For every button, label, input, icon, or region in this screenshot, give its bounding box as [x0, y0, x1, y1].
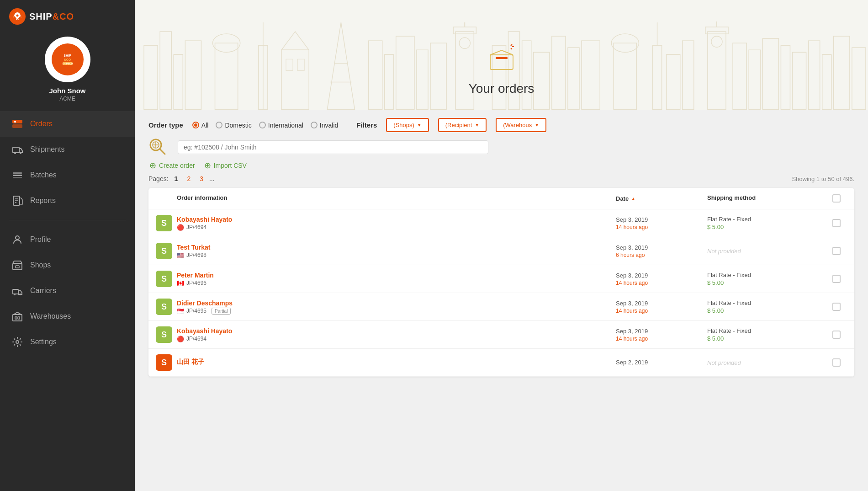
page-2-button[interactable]: 2 — [184, 174, 194, 183]
radio-domestic[interactable]: Domestic — [216, 122, 251, 129]
date-col: Sep 2, 2019 — [616, 359, 707, 367]
sidebar-item-shops[interactable]: Shops — [0, 252, 135, 278]
date-col: Sep 3, 2019 14 hours ago — [616, 300, 707, 314]
order-sub: 🇺🇸 JP/4698 — [177, 252, 210, 259]
col-checkbox-header — [826, 194, 847, 203]
table-row: S 山田 花子 Sep 2, 2019 Not provided — [148, 349, 854, 377]
flag-icon: 🔴 — [177, 224, 184, 231]
filter-warehouse-button[interactable]: (Warehous ▼ — [496, 118, 546, 132]
sidebar-item-warehouses[interactable]: Warehouses — [0, 304, 135, 329]
page-1-button[interactable]: 1 — [171, 174, 181, 183]
method-col: Not provided — [707, 359, 826, 366]
svg-rect-56 — [614, 43, 636, 110]
svg-rect-75 — [496, 57, 508, 59]
order-name[interactable]: Didier Deschamps — [177, 299, 233, 307]
svg-point-23 — [16, 341, 19, 343]
shopify-icon: S — [156, 271, 172, 287]
svg-rect-69 — [792, 53, 806, 110]
radio-dot-invalid — [311, 122, 318, 128]
sidebar-item-reports[interactable]: Reports — [0, 188, 135, 213]
svg-rect-74 — [490, 55, 513, 69]
order-name[interactable]: Kobayashi Hayato — [177, 327, 232, 335]
sidebar-item-profile[interactable]: Profile — [0, 227, 135, 252]
row-icon: S — [156, 299, 177, 315]
svg-rect-20 — [13, 315, 22, 321]
col-date-header: Date ▲ — [616, 194, 707, 203]
sidebar-item-shipments[interactable]: Shipments — [0, 137, 135, 162]
svg-rect-52 — [552, 37, 566, 110]
svg-marker-36 — [327, 22, 355, 110]
svg-rect-22 — [18, 317, 20, 319]
order-name[interactable]: Kobayashi Hayato — [177, 216, 232, 223]
search-input[interactable] — [184, 144, 482, 151]
radio-international[interactable]: International — [259, 122, 303, 129]
order-name[interactable]: Peter Martin — [177, 272, 214, 279]
checkbox-cell — [826, 275, 847, 283]
method-col: Flat Rate - Fixed $ 5.00 — [707, 272, 826, 286]
radio-group: All Domestic International Invalid — [192, 122, 338, 129]
filter-recipient-button[interactable]: (Recipient ▼ — [438, 118, 487, 132]
row-icon: S — [156, 326, 177, 343]
order-sub: 🇸🇬 JP/4695 Partial — [177, 308, 233, 315]
warehouses-icon — [11, 310, 24, 323]
showing-text: Showing 1 to 50 of 496. — [792, 176, 854, 182]
batches-icon — [11, 169, 24, 181]
svg-rect-16 — [16, 266, 19, 268]
svg-rect-26 — [174, 55, 183, 110]
sidebar-item-orders[interactable]: Orders — [0, 111, 135, 137]
chevron-down-icon: ▼ — [535, 123, 539, 128]
carriers-label: Carriers — [30, 287, 56, 295]
table-row: S Kobayashi Hayato 🔴 JP/4694 Sep 3, 2019… — [148, 321, 854, 349]
sidebar-item-batches[interactable]: Batches — [0, 162, 135, 188]
filters-label: Filters — [356, 121, 377, 129]
logo-area: SHIP&CO — [0, 0, 135, 29]
profile-label: Profile — [30, 235, 51, 244]
order-info: Kobayashi Hayato 🔴 JP/4694 — [177, 327, 616, 342]
sort-icon[interactable]: ▲ — [631, 196, 635, 201]
checkbox-cell — [826, 247, 847, 255]
svg-point-5 — [14, 152, 16, 154]
row-checkbox[interactable] — [832, 358, 841, 367]
create-order-button[interactable]: ⊕ Create order — [149, 161, 195, 170]
shopify-icon: S — [156, 354, 172, 371]
user-profile-area: SHIP&CO SHIP&CO John Snow ACME — [0, 29, 135, 107]
filter-shops-button[interactable]: (Shops) ▼ — [386, 118, 429, 132]
orders-table: Order information Date ▲ Shipping method… — [148, 188, 854, 377]
sidebar-item-settings[interactable]: Settings — [0, 329, 135, 355]
svg-rect-8 — [13, 172, 22, 174]
svg-rect-24 — [144, 46, 158, 110]
order-name[interactable]: Test Turkat — [177, 244, 210, 251]
page-3-button[interactable]: 3 — [196, 174, 206, 183]
col-icon-header — [156, 194, 177, 203]
svg-point-18 — [14, 294, 16, 295]
row-checkbox[interactable] — [832, 219, 841, 227]
row-checkbox[interactable] — [832, 303, 841, 311]
row-checkbox[interactable] — [832, 331, 841, 339]
table-area: Pages: 1 2 3 ... Showing 1 to 50 of 496.… — [135, 174, 868, 491]
row-icon: S — [156, 354, 177, 371]
svg-rect-29 — [215, 43, 238, 110]
pagination: Pages: 1 2 3 ... — [148, 174, 215, 183]
order-info: Test Turkat 🇺🇸 JP/4698 — [177, 244, 616, 259]
action-row: ⊕ Create order ⊕ Import CSV — [148, 161, 854, 170]
row-checkbox[interactable] — [832, 275, 841, 283]
svg-rect-7 — [13, 175, 22, 176]
radio-all[interactable]: All — [192, 122, 209, 129]
table-row: S Test Turkat 🇺🇸 JP/4698 Sep 3, 2019 6 h… — [148, 237, 854, 265]
hero-title: Your orders — [469, 81, 535, 96]
sidebar-item-carriers[interactable]: Carriers — [0, 278, 135, 304]
shopify-icon: S — [156, 299, 172, 315]
order-name[interactable]: 山田 花子 — [177, 358, 204, 366]
import-csv-button[interactable]: ⊕ Import CSV — [204, 161, 247, 170]
order-info: Kobayashi Hayato 🔴 JP/4694 — [177, 216, 616, 231]
pagination-ellipsis: ... — [209, 175, 215, 182]
row-checkbox[interactable] — [832, 247, 841, 255]
shopify-icon: S — [156, 326, 172, 343]
date-col: Sep 3, 2019 14 hours ago — [616, 272, 707, 286]
shipments-label: Shipments — [30, 145, 65, 154]
svg-rect-25 — [160, 32, 171, 110]
orders-label: Orders — [30, 120, 53, 128]
select-all-checkbox[interactable] — [832, 194, 841, 203]
radio-invalid[interactable]: Invalid — [311, 122, 338, 129]
svg-rect-32 — [281, 50, 309, 110]
